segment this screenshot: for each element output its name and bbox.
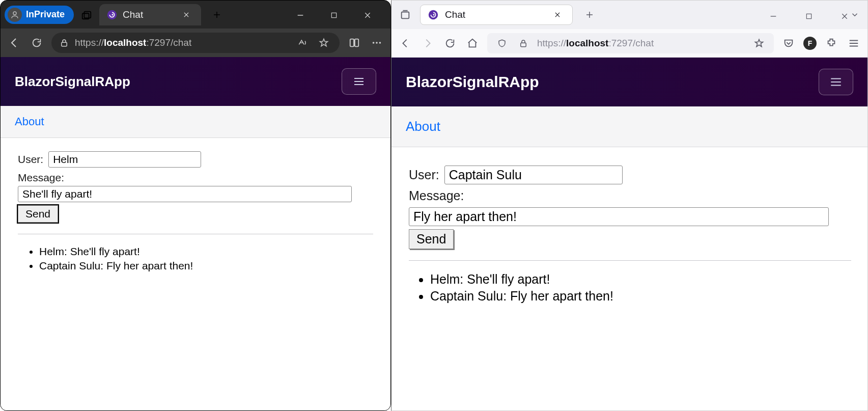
user-input[interactable] — [444, 166, 623, 184]
about-link[interactable]: About — [406, 119, 440, 134]
list-item: Helm: She'll fly apart! — [39, 245, 373, 258]
send-button[interactable]: Send — [409, 229, 454, 249]
svg-rect-8 — [355, 39, 358, 47]
lock-icon — [516, 36, 531, 51]
svg-point-10 — [376, 42, 378, 44]
profile-initial: F — [808, 39, 813, 47]
close-tab-button[interactable] — [179, 7, 194, 22]
blazor-favicon-icon — [106, 9, 118, 20]
minimize-button[interactable] — [293, 8, 308, 23]
split-screen-button[interactable] — [347, 35, 362, 50]
svg-point-11 — [379, 42, 381, 44]
edge-window: InPrivate Chat — [0, 0, 391, 411]
tab-overview-button[interactable] — [397, 6, 414, 23]
user-label: User: — [409, 168, 439, 182]
window-controls — [758, 1, 860, 32]
svg-point-4 — [111, 14, 113, 15]
svg-rect-5 — [331, 13, 336, 17]
message-label: Message: — [409, 188, 464, 203]
close-tab-button[interactable] — [550, 7, 565, 22]
svg-rect-16 — [521, 43, 526, 47]
url-path: :7297/chat — [608, 38, 654, 48]
message-list: Helm: She'll fly apart! Captain Sulu: Fl… — [18, 245, 373, 272]
address-bar[interactable]: https://localhost:7297/chat — [487, 33, 774, 53]
maximize-button[interactable] — [801, 9, 817, 24]
url-display: https://localhost:7297/chat — [537, 38, 654, 49]
refresh-button[interactable] — [442, 36, 458, 51]
minimize-button[interactable] — [766, 9, 781, 24]
svg-rect-15 — [806, 14, 811, 18]
pocket-button[interactable] — [781, 36, 796, 51]
forward-button[interactable] — [420, 36, 435, 51]
app-header: BlazorSignalRApp — [1, 57, 390, 106]
address-bar[interactable]: https://localhost:7297/chat — [51, 33, 340, 53]
url-path: :7297/chat — [146, 37, 191, 48]
new-tab-button[interactable] — [209, 7, 225, 22]
tab-title: Chat — [123, 9, 174, 20]
list-item: Helm: She'll fly apart! — [430, 272, 851, 287]
shield-icon[interactable] — [494, 36, 510, 51]
profile-button[interactable]: F — [803, 37, 817, 50]
message-label: Message: — [18, 172, 64, 183]
url-host: localhost — [566, 38, 608, 48]
new-tab-button[interactable] — [582, 7, 597, 22]
chat-page: User: Message: Send Helm: She'll fly apa… — [1, 138, 390, 410]
avatar-icon — [8, 8, 22, 22]
maximize-button[interactable] — [326, 8, 342, 23]
home-button[interactable] — [465, 36, 480, 51]
message-input[interactable] — [18, 186, 352, 202]
bookmark-button[interactable] — [751, 36, 767, 51]
back-button[interactable] — [398, 36, 413, 51]
app-header: BlazorSignalRApp — [391, 58, 867, 106]
blazor-favicon-icon — [428, 9, 439, 20]
nav-toggle-button[interactable] — [342, 68, 376, 95]
user-input[interactable] — [48, 151, 201, 168]
firefox-window: Chat — [391, 0, 868, 411]
send-button[interactable]: Send — [18, 205, 58, 223]
message-input[interactable] — [409, 207, 829, 226]
svg-point-9 — [373, 42, 375, 44]
more-button[interactable] — [369, 35, 384, 50]
url-scheme: https:// — [75, 37, 104, 48]
url-display: https://localhost:7297/chat — [75, 37, 191, 48]
edge-toolbar: https://localhost:7297/chat — [1, 29, 390, 57]
url-scheme: https:// — [537, 38, 566, 48]
app-menu-button[interactable] — [846, 36, 861, 51]
list-item: Captain Sulu: Fly her apart then! — [39, 260, 373, 272]
svg-rect-1 — [84, 11, 91, 18]
list-item: Captain Sulu: Fly her apart then! — [430, 289, 851, 304]
url-host: localhost — [104, 37, 146, 48]
close-window-button[interactable] — [360, 8, 375, 23]
svg-rect-12 — [402, 12, 409, 19]
window-controls — [283, 1, 385, 30]
edge-tabstrip: InPrivate Chat — [1, 1, 390, 29]
extensions-button[interactable] — [824, 36, 839, 51]
inprivate-badge[interactable]: InPrivate — [5, 6, 74, 24]
refresh-button[interactable] — [29, 35, 44, 50]
app-brand: BlazorSignalRApp — [406, 73, 539, 91]
chat-page: User: Message: Send Helm: She'll fly apa… — [391, 147, 867, 410]
about-bar: About — [1, 106, 390, 138]
tab-title: Chat — [445, 9, 544, 20]
close-window-button[interactable] — [837, 9, 852, 24]
firefox-tabstrip: Chat — [391, 1, 867, 29]
about-bar: About — [391, 106, 867, 147]
browser-tab-chat[interactable]: Chat — [420, 5, 573, 25]
back-button[interactable] — [7, 35, 22, 50]
inprivate-label: InPrivate — [26, 9, 65, 20]
browser-tab-chat[interactable]: Chat — [99, 4, 201, 25]
app-brand: BlazorSignalRApp — [15, 74, 130, 90]
favorite-button[interactable] — [316, 35, 331, 50]
firefox-toolbar: https://localhost:7297/chat F — [391, 29, 867, 58]
separator — [18, 234, 373, 234]
svg-point-0 — [13, 12, 16, 15]
read-aloud-button[interactable] — [295, 35, 310, 50]
user-label: User: — [18, 153, 43, 166]
message-list: Helm: She'll fly apart! Captain Sulu: Fl… — [409, 272, 851, 304]
tab-overview-button[interactable] — [79, 7, 94, 22]
lock-icon — [60, 38, 69, 47]
svg-point-14 — [433, 14, 434, 16]
svg-rect-6 — [62, 42, 67, 46]
about-link[interactable]: About — [15, 115, 44, 128]
nav-toggle-button[interactable] — [819, 69, 853, 95]
